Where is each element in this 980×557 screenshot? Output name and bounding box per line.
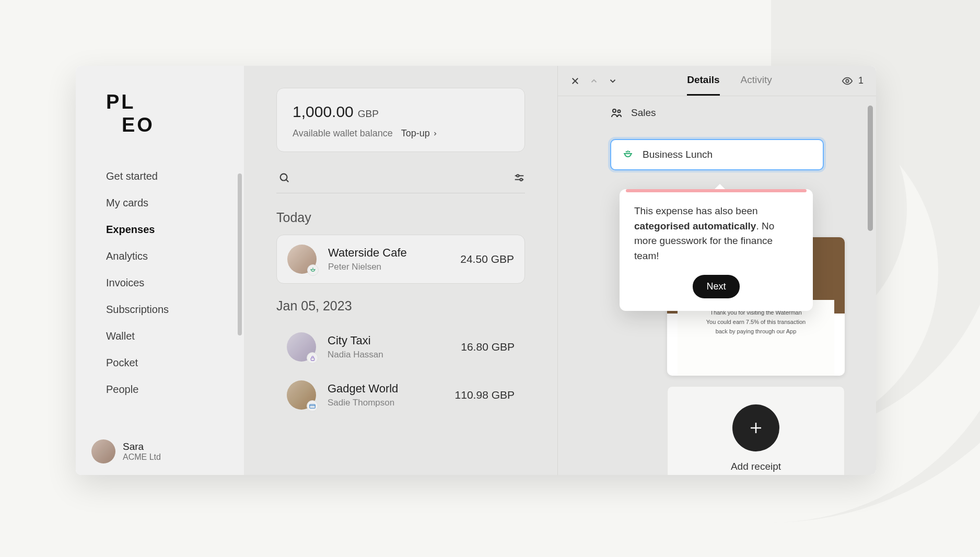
search-icon[interactable] <box>278 172 290 183</box>
tooltip-next-button[interactable]: Next <box>693 275 739 298</box>
wallet-amount: 1,000.00 <box>293 103 354 121</box>
sidebar-item-people[interactable]: People <box>106 376 244 403</box>
topup-link[interactable]: Top-up <box>401 128 438 139</box>
sidebar-item-analytics[interactable]: Analytics <box>106 243 244 270</box>
svg-point-15 <box>613 109 616 112</box>
onboarding-tooltip: This expense has also been categorised a… <box>620 189 813 311</box>
user-name: Sara <box>123 441 161 452</box>
expense-merchant: Waterside Cafe <box>328 246 449 260</box>
svg-line-3 <box>286 180 289 182</box>
detail-header: Details Activity 1 <box>558 66 876 96</box>
svg-point-16 <box>618 110 621 113</box>
category-label: Business Lunch <box>643 149 713 160</box>
expense-user: Sadie Thompson <box>328 398 444 408</box>
date-header: Today <box>276 210 525 225</box>
detail-body: Sales Business Lunch This expense has al… <box>558 96 876 475</box>
meal-category-icon <box>622 148 634 161</box>
expense-row[interactable]: Gadget World Sadie Thompson 110.98 GBP <box>276 371 525 419</box>
team-icon <box>610 107 623 119</box>
chevron-up-icon[interactable] <box>589 76 599 86</box>
svg-point-5 <box>517 175 519 177</box>
user-org: ACME Ltd <box>123 452 161 462</box>
expense-detail-panel: Details Activity 1 Sales Bu <box>557 66 876 475</box>
expense-amount: 110.98 GBP <box>455 389 515 401</box>
sidebar-nav: Get started My cards Expenses Analytics … <box>76 163 244 403</box>
sidebar-item-my-cards[interactable]: My cards <box>106 190 244 216</box>
user-avatar <box>91 439 115 463</box>
svg-point-2 <box>281 174 287 181</box>
svg-rect-9 <box>311 357 314 360</box>
app-window: PL EO Get started My cards Expenses Anal… <box>76 66 876 475</box>
sidebar-scrollbar[interactable] <box>238 173 242 335</box>
close-icon[interactable] <box>570 76 580 86</box>
plus-icon <box>748 420 764 436</box>
sidebar-item-expenses[interactable]: Expenses <box>106 216 244 243</box>
svg-rect-10 <box>310 404 316 408</box>
expense-user: Nadia Hassan <box>328 350 449 360</box>
tooltip-text: This expense has also been categorised a… <box>634 204 798 263</box>
tooltip-accent <box>626 189 807 192</box>
department-row[interactable]: Sales <box>610 107 824 119</box>
svg-text:EO: EO <box>122 114 155 136</box>
expense-user-avatar <box>287 332 316 362</box>
sidebar: PL EO Get started My cards Expenses Anal… <box>76 66 244 475</box>
tab-activity[interactable]: Activity <box>741 74 772 96</box>
expense-merchant: Gadget World <box>328 382 444 396</box>
expense-amount: 24.50 GBP <box>460 253 514 265</box>
wallet-currency: GBP <box>358 108 379 120</box>
sidebar-item-get-started[interactable]: Get started <box>106 163 244 190</box>
card-badge-icon <box>307 400 318 412</box>
expense-search-bar <box>276 163 525 193</box>
filter-icon[interactable] <box>514 172 525 183</box>
expense-amount: 16.80 GBP <box>461 341 515 353</box>
wallet-balance-label: Available wallet balance <box>293 128 393 139</box>
expense-row[interactable]: Waterside Cafe Peter Nielsen 24.50 GBP <box>276 235 525 284</box>
svg-point-14 <box>846 79 849 83</box>
department-name: Sales <box>631 107 656 119</box>
sidebar-item-invoices[interactable]: Invoices <box>106 270 244 296</box>
expense-user-avatar <box>287 380 316 410</box>
sidebar-user[interactable]: Sara ACME Ltd <box>76 428 244 475</box>
topup-label: Top-up <box>401 128 430 139</box>
sidebar-item-pocket[interactable]: Pocket <box>106 350 244 376</box>
add-receipt-label: Add receipt <box>731 461 781 472</box>
detail-scrollbar[interactable] <box>868 106 873 231</box>
expense-user-avatar <box>287 245 317 274</box>
receipt-paper: Thank you for visiting the Waterman You … <box>678 300 834 376</box>
expense-merchant: City Taxi <box>328 334 449 347</box>
expense-user: Peter Nielsen <box>328 262 449 272</box>
svg-point-7 <box>520 178 522 180</box>
tab-details[interactable]: Details <box>687 74 719 96</box>
add-receipt-button[interactable] <box>732 404 779 451</box>
wallet-balance-card: 1,000.00 GBP Available wallet balance To… <box>276 88 525 152</box>
watchers-count: 1 <box>858 75 864 86</box>
brand-logo: PL EO <box>106 91 158 140</box>
expense-row[interactable]: City Taxi Nadia Hassan 16.80 GBP <box>276 323 525 371</box>
lock-badge-icon <box>307 352 318 364</box>
add-receipt-card[interactable]: Add receipt <box>667 386 845 475</box>
chevron-right-icon <box>432 131 438 137</box>
watchers-icon[interactable] <box>842 75 853 87</box>
svg-text:PL: PL <box>106 91 136 113</box>
date-header: Jan 05, 2023 <box>276 298 525 314</box>
meal-badge-icon <box>307 264 319 276</box>
sidebar-item-subscriptions[interactable]: Subscriptions <box>106 296 244 323</box>
category-field[interactable]: Business Lunch <box>610 139 824 170</box>
chevron-down-icon[interactable] <box>608 76 617 86</box>
expenses-main: 1,000.00 GBP Available wallet balance To… <box>244 66 557 475</box>
sidebar-item-wallet[interactable]: Wallet <box>106 323 244 350</box>
